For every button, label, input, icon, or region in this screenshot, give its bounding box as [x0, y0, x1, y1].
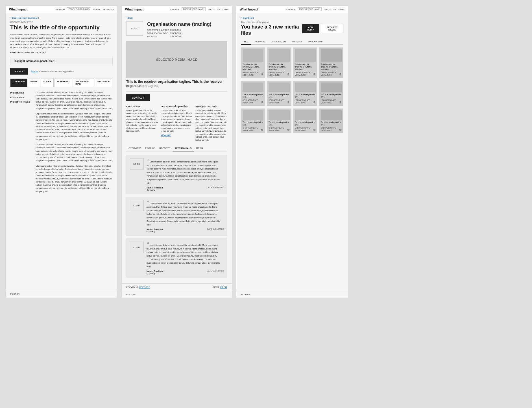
t2-name-company: Name, Position Company	[147, 228, 163, 233]
breadcrumb-2[interactable]: < Back	[126, 17, 227, 19]
media-info-1-1: This is a media preview area for a new i…	[243, 63, 263, 76]
address-value: XXXXXXXX	[170, 35, 183, 38]
uploaded-date-1-1: UPLOADED DATE	[243, 71, 258, 74]
inbox-link-2[interactable]: INBOX	[208, 8, 215, 11]
delete-icon-1-2[interactable]: 🗑	[287, 73, 290, 76]
delete-icon-3-1[interactable]: 🗑	[261, 128, 263, 132]
delete-icon-1-1[interactable]: 🗑	[261, 73, 263, 76]
uploaded-date-1-2: UPLOADED DATE	[269, 71, 284, 74]
panel-org-profile: What Impact SEARCH PROFILE (ORG NAME) IN…	[122, 6, 232, 298]
body-para-2: Ut posuere lectus vitae elit porta tinci…	[36, 112, 113, 141]
mtab-all[interactable]: ALL	[241, 39, 251, 45]
search-link-3[interactable]: SEARCH	[286, 8, 295, 11]
nav-next-link[interactable]: MEDIA	[220, 286, 227, 288]
t3-logo: LOGO	[130, 242, 144, 253]
testimonial-1: LOGO “ Lorem ipsum dolor sit amet, conse…	[126, 155, 227, 194]
tab-guidance[interactable]: GUIDANCE	[95, 79, 112, 87]
ptab-media[interactable]: MEDIA	[194, 146, 205, 151]
delete-icon-2-1[interactable]: 🗑	[261, 101, 263, 104]
t3-footer: Name, Position Company DATE SUBMITTED	[147, 270, 224, 274]
t2-company: Company	[147, 231, 163, 233]
areas-title: Our areas of operation	[161, 105, 193, 108]
media-label-1-4: This is a media preview area for a new i…	[321, 63, 342, 71]
media-thumb-3-1	[243, 110, 263, 120]
media-info-2-2: This is a media preview area UPLOADED DA…	[269, 94, 289, 104]
tab-eligibility[interactable]: ELIGIBILITY	[54, 79, 72, 87]
ptab-reports[interactable]: REPORTS	[157, 146, 173, 151]
delete-icon-3-2[interactable]: 🗑	[287, 128, 290, 132]
org-meta: REGISTERED NUMBER XXXXXXXX ORGANISATION …	[147, 29, 212, 38]
delete-icon-3-3[interactable]: 🗑	[313, 128, 316, 132]
nav-previous: PREVIOUS: REPORTS	[126, 286, 150, 288]
meta-row-1-3: UPLOADED DATE MEDIA TYPE 🗑	[295, 71, 316, 76]
breadcrumb-3[interactable]: < Dashboard	[241, 17, 343, 19]
meta-left-2-1: UPLOADED DATE MEDIA TYPE	[243, 99, 258, 104]
tab-overview[interactable]: OVERVIEW	[10, 79, 27, 87]
ptab-overview[interactable]: OVERVIEW	[126, 146, 143, 151]
settings-link-1[interactable]: SETTINGS	[103, 8, 114, 11]
label-project-value: Project Value	[10, 95, 33, 100]
inbox-link-3[interactable]: INBOX	[324, 8, 331, 11]
tab-giver[interactable]: GIVER	[28, 79, 40, 87]
tab-scope[interactable]: SCOPE	[41, 79, 54, 87]
media-label-3-3: This is a media preview area	[295, 121, 316, 126]
meta-row-3-3: UPLOADED DATE MEDIA TYPE 🗑	[295, 127, 316, 132]
delete-icon-1-4[interactable]: 🗑	[339, 73, 342, 76]
nav-previous-link[interactable]: REPORTS	[139, 286, 150, 288]
meta-row-1-1: UPLOADED DATE MEDIA TYPE 🗑	[243, 71, 263, 76]
delete-icon-2-4[interactable]: 🗑	[339, 101, 342, 104]
ptab-profile[interactable]: PROFILE	[143, 146, 157, 151]
media-card-1-3: This is a media preview area for a new i…	[293, 47, 317, 78]
settings-link-2[interactable]: SETTINGS	[217, 8, 228, 11]
tab-additional-info[interactable]: ADDITIONAL INFO	[73, 79, 94, 87]
causes-text: Lorem ipsum dolor sit amet, consectetur …	[126, 109, 158, 133]
delete-icon-3-4[interactable]: 🗑	[339, 128, 342, 132]
t1-date: DATE SUBMITTED	[207, 186, 224, 191]
mtab-project[interactable]: PROJECT	[289, 39, 305, 45]
contact-button[interactable]: CONTACT	[126, 94, 150, 101]
t3-company: Company	[147, 272, 163, 274]
body-para-1: Lorem ipsum dolor sit amet, consectetur …	[36, 91, 113, 110]
body-text: Lorem ipsum dolor sit amet, consectetur …	[36, 91, 113, 195]
search-link-2[interactable]: SEARCH	[170, 8, 179, 11]
media-info-3-4: This is a media preview area UPLOADED DA…	[321, 121, 342, 132]
view-map-link[interactable]: VIEW MAP	[161, 134, 171, 136]
request-media-button[interactable]: REQUEST MEDIA	[321, 24, 343, 33]
t1-name: Name, Position	[147, 186, 163, 189]
media-label-3-1: This is a media preview area	[243, 121, 263, 126]
brand-3: What Impact	[240, 8, 258, 11]
delete-icon-2-3[interactable]: 🗑	[313, 101, 316, 104]
media-thumb-2-4	[321, 83, 342, 92]
mtab-requested[interactable]: REQUESTED	[269, 39, 289, 45]
profile-link-3[interactable]: PROFILE (ORG NAME)	[298, 7, 322, 11]
registered-value: XXXXXXXX	[170, 29, 183, 32]
delete-icon-1-3[interactable]: 🗑	[313, 73, 316, 76]
profile-link-2[interactable]: PROFILE (ORG NAME)	[182, 7, 206, 11]
mtab-application[interactable]: APPLICATION	[305, 39, 325, 45]
media-thumb-2-2	[269, 83, 289, 92]
profile-link-1[interactable]: PROFILE (ORG NAME)	[67, 7, 91, 11]
media-type-1-3: MEDIA TYPE	[295, 74, 310, 76]
quote-mark-3: “	[147, 241, 149, 247]
media-card-3-2: This is a media preview area UPLOADED DA…	[267, 108, 291, 133]
mtab-uploaded[interactable]: UPLOADED	[251, 39, 269, 45]
meta-row-1-2: UPLOADED DATE MEDIA TYPE 🗑	[269, 71, 289, 76]
add-media-button[interactable]: ADD MEDIA	[302, 24, 319, 33]
ptab-testimonials[interactable]: TESTIMONIALS	[173, 146, 194, 151]
sign-in-link[interactable]: Sign in	[31, 70, 38, 73]
inbox-link-1[interactable]: INBOX	[93, 8, 100, 11]
media-thumb-2-1	[243, 83, 263, 92]
media-card-2-4: This is a media preview area UPLOADED DA…	[319, 81, 343, 106]
meta-left-2-3: UPLOADED DATE MEDIA TYPE	[295, 99, 310, 104]
apply-button[interactable]: APPLY	[10, 68, 28, 75]
brand-1: What Impact	[9, 8, 27, 11]
panel-media: What Impact SEARCH PROFILE (ORG NAME) IN…	[236, 6, 348, 298]
media-card-3-4: This is a media preview area UPLOADED DA…	[319, 108, 343, 133]
breadcrumb-1[interactable]: < Back to project Dashboard	[10, 17, 113, 19]
media-info-3-3: This is a media preview area UPLOADED DA…	[295, 121, 316, 132]
action-row: APPLY Sign in to continue and existing a…	[10, 68, 113, 75]
search-link-1[interactable]: SEARCH	[55, 8, 65, 11]
delete-icon-2-2[interactable]: 🗑	[287, 101, 290, 104]
media-thumb-1-1	[243, 49, 263, 62]
settings-link-3[interactable]: SETTINGS	[333, 8, 345, 11]
